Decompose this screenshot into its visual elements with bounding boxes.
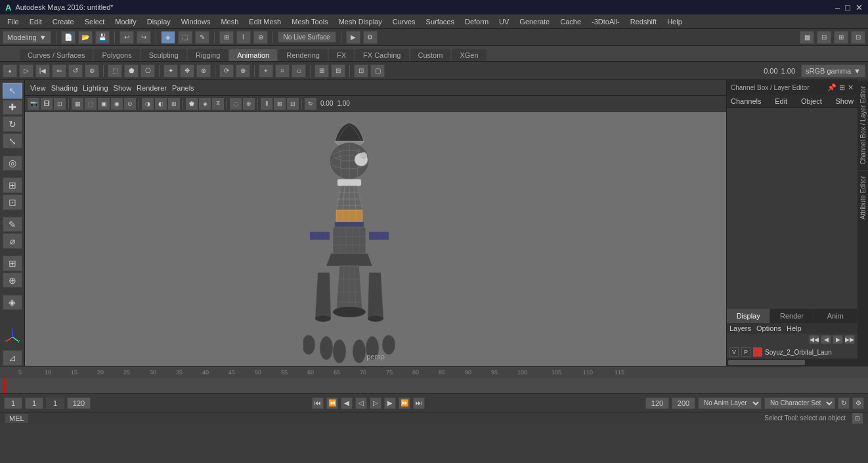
cb-tab-display[interactable]: Display xyxy=(727,309,770,323)
menu-generate[interactable]: Generate xyxy=(515,16,554,27)
anim-skin-1[interactable]: ✦ xyxy=(163,64,178,77)
tab-custom[interactable]: Custom xyxy=(410,49,451,61)
cb-object-menu[interactable]: Object xyxy=(801,97,822,105)
open-file-button[interactable]: 📂 xyxy=(78,31,93,44)
layer-nav-right1[interactable]: ▶ xyxy=(833,335,843,344)
vp-res-btn[interactable]: ⊠ xyxy=(274,98,286,110)
no-char-set-select[interactable]: No Character Set xyxy=(764,397,835,409)
vp-lit-btn[interactable]: ◉ xyxy=(111,98,123,110)
go-to-start-button[interactable]: ⏮ xyxy=(312,397,324,409)
vp-cam-btn[interactable]: 📷 xyxy=(28,98,39,110)
maximize-button[interactable]: □ xyxy=(845,3,850,12)
anim-skin-3[interactable]: ⊛ xyxy=(196,64,211,77)
layer-nav-left2[interactable]: ◀ xyxy=(821,335,831,344)
menu-redshift[interactable]: Redshift xyxy=(626,16,661,27)
vp-film-btn[interactable]: 🎞 xyxy=(41,98,53,110)
cb-tab-anim[interactable]: Anim xyxy=(814,309,857,323)
script-editor-btn[interactable]: ⊡ xyxy=(852,413,863,424)
render-button[interactable]: ▶ xyxy=(346,31,360,44)
vp-solid-btn[interactable]: ⬚ xyxy=(85,98,97,110)
vp-hud-btn[interactable]: Ⅱ xyxy=(261,98,272,110)
menu-modify[interactable]: Modify xyxy=(110,16,141,27)
anim-motion-3[interactable]: ⟤ xyxy=(292,64,306,77)
select-button[interactable]: ◈ xyxy=(161,31,175,44)
grid-icon-btn[interactable]: ▦ xyxy=(800,31,814,44)
layer-color-swatch[interactable] xyxy=(753,347,762,357)
vp-wire-btn[interactable]: ▦ xyxy=(72,98,83,110)
anim-tool-4[interactable]: ⊚ xyxy=(85,64,99,77)
anim-tool-3[interactable]: ↺ xyxy=(68,64,83,77)
move-tool-button[interactable]: ✚ xyxy=(3,100,22,116)
rotate-tool-button[interactable]: ↻ xyxy=(3,116,22,132)
vp-ortho-btn[interactable]: ⊡ xyxy=(54,98,66,110)
anim-cache-btn[interactable]: ▢ xyxy=(370,64,385,77)
menu-curves[interactable]: Curves xyxy=(388,16,420,27)
tab-curves-surfaces[interactable]: Curves / Surfaces xyxy=(20,49,93,61)
vp-gate-btn[interactable]: ⊟ xyxy=(287,98,299,110)
vp-ao-btn[interactable]: ◐ xyxy=(155,98,167,110)
viewport-lighting-menu[interactable]: Lighting xyxy=(83,84,108,92)
cb-options-menu[interactable]: Options xyxy=(756,324,781,332)
layer-nav-right2[interactable]: ▶▶ xyxy=(844,335,855,344)
vp-iso-btn[interactable]: ◌ xyxy=(230,98,242,110)
snap-to-frame-btn[interactable]: ⊡ xyxy=(354,64,368,77)
layout-btn-3[interactable]: ⊡ xyxy=(851,31,865,44)
snap-curve-button[interactable]: ⌇ xyxy=(236,31,251,44)
anim-playback-btn[interactable]: ▷ xyxy=(19,64,33,77)
anim-motion-1[interactable]: ⌖ xyxy=(259,64,273,77)
redo-button[interactable]: ↪ xyxy=(137,31,151,44)
speed-input[interactable] xyxy=(672,397,695,409)
prev-key-button[interactable]: ◀ xyxy=(341,397,353,409)
play-back-button[interactable]: ◁ xyxy=(355,397,367,409)
menu-file[interactable]: File xyxy=(3,16,24,27)
layer-p-button[interactable]: P xyxy=(741,347,750,357)
timeline-ruler[interactable]: 5 10 15 20 25 30 35 40 45 50 55 60 65 70… xyxy=(0,366,868,378)
menu-mesh-display[interactable]: Mesh Display xyxy=(334,16,387,27)
menu-select[interactable]: Select xyxy=(80,16,110,27)
snap-grid-left[interactable]: ⊞ xyxy=(3,255,22,271)
show-manipulator-button[interactable]: ⊞ xyxy=(3,177,22,193)
snap-point-button[interactable]: ⊕ xyxy=(253,31,268,44)
menu-edit[interactable]: Edit xyxy=(25,16,47,27)
anim-key-button[interactable]: ⬧ xyxy=(3,64,17,77)
viewport-show-menu[interactable]: Show xyxy=(114,84,132,92)
viewport-panels-menu[interactable]: Panels xyxy=(172,84,194,92)
anim-deform-2[interactable]: ⬟ xyxy=(124,64,139,77)
anim-skin-2[interactable]: ❋ xyxy=(180,64,194,77)
side-tab-channel-box[interactable]: Channel Box / Layer Editor xyxy=(857,80,868,170)
vp-textured-btn[interactable]: ▣ xyxy=(98,98,110,110)
workspace-dropdown[interactable]: Modeling ▼ xyxy=(3,31,51,44)
next-key-button[interactable]: ▶ xyxy=(384,397,396,409)
tab-fx[interactable]: FX xyxy=(329,49,354,61)
tab-polygons[interactable]: Polygons xyxy=(94,49,139,61)
menu-mesh-tools[interactable]: Mesh Tools xyxy=(287,16,332,27)
anim-extra-2[interactable]: ⊟ xyxy=(331,64,345,77)
cb-edit-menu[interactable]: Edit xyxy=(775,97,787,105)
title-bar-controls[interactable]: – □ ✕ xyxy=(835,3,863,12)
quick-select-btn[interactable]: ◈ xyxy=(3,295,22,311)
tab-rigging[interactable]: Rigging xyxy=(188,49,228,61)
viewport-canvas[interactable]: persp xyxy=(25,112,726,366)
no-anim-layer-select[interactable]: No Anim Layer xyxy=(698,397,762,409)
soft-select-button[interactable]: ◎ xyxy=(3,156,22,171)
minimize-button[interactable]: – xyxy=(835,3,840,12)
layout-btn-1[interactable]: ⊟ xyxy=(817,31,831,44)
viewport-shading-menu[interactable]: Shading xyxy=(51,84,77,92)
layer-scrollbar[interactable] xyxy=(727,359,857,366)
go-to-end-button[interactable]: ⏭ xyxy=(413,397,425,409)
cb-channels-menu[interactable]: Channels xyxy=(731,97,761,105)
anim-deform-3[interactable]: ⎔ xyxy=(141,64,155,77)
cb-tab-render[interactable]: Render xyxy=(770,309,814,323)
select-tool-button[interactable]: ↖ xyxy=(3,83,22,99)
undo-button[interactable]: ↩ xyxy=(119,31,134,44)
frame-current-input[interactable] xyxy=(25,397,43,409)
anim-deform-1[interactable]: ⬚ xyxy=(108,64,122,77)
anim-constraint-1[interactable]: ⟳ xyxy=(219,64,234,77)
menu-edit-mesh[interactable]: Edit Mesh xyxy=(244,16,286,27)
paint-select-button[interactable]: ✎ xyxy=(195,31,209,44)
layer-nav-left1[interactable]: ◀◀ xyxy=(809,335,819,344)
anim-settings-btn[interactable]: ↻ xyxy=(838,397,850,409)
tab-rendering[interactable]: Rendering xyxy=(278,49,328,61)
close-button[interactable]: ✕ xyxy=(856,3,863,12)
vp-subdprev-btn[interactable]: ⧖ xyxy=(212,98,224,110)
